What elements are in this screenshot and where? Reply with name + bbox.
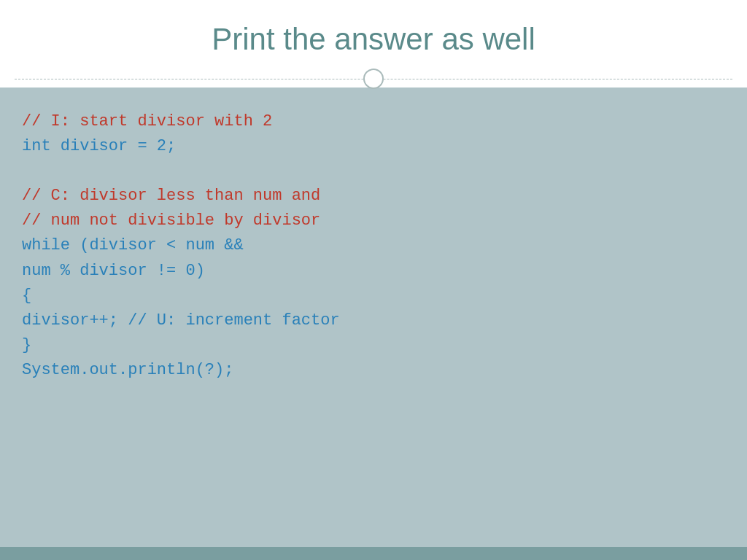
- code-line-9: divisor++; // U: increment factor: [22, 308, 725, 333]
- code-line-11: System.out.println(?);: [22, 358, 725, 383]
- code-line-7: num % divisor != 0): [22, 259, 725, 284]
- code-line-1: // I: start divisor with 2: [22, 109, 725, 134]
- slide: Print the answer as well // I: start div…: [0, 0, 747, 560]
- code-line-blank: [22, 159, 725, 184]
- code-block: // I: start divisor with 2 int divisor =…: [22, 109, 725, 383]
- code-line-5: // num not divisible by divisor: [22, 209, 725, 233]
- code-content-area: // I: start divisor with 2 int divisor =…: [0, 88, 747, 547]
- bottom-bar: [0, 547, 747, 560]
- slide-header: Print the answer as well: [0, 0, 747, 88]
- divider-circle: [363, 69, 384, 89]
- slide-title: Print the answer as well: [15, 22, 732, 70]
- code-line-10: }: [22, 333, 725, 358]
- code-line-8: {: [22, 284, 725, 308]
- code-line-6: while (divisor < num &&: [22, 233, 725, 258]
- code-line-2: int divisor = 2;: [22, 134, 725, 159]
- code-line-4: // C: divisor less than num and: [22, 184, 725, 209]
- divider: [15, 70, 732, 88]
